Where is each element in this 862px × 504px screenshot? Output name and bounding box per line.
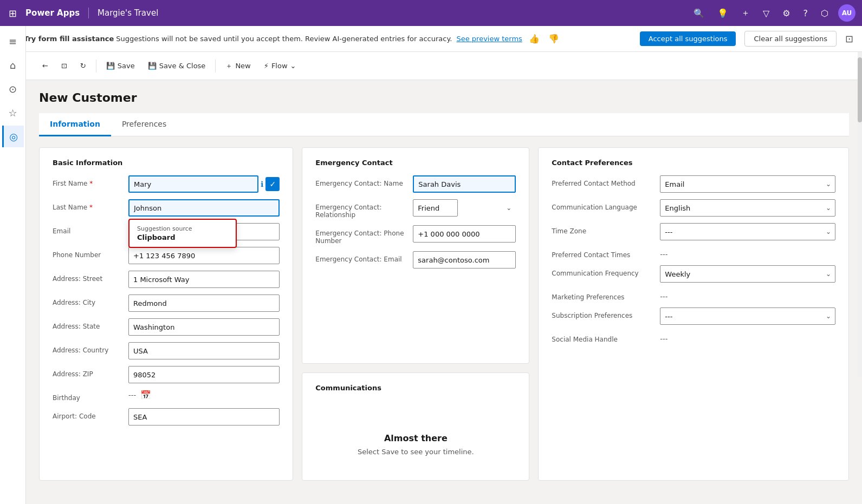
copilot-icon[interactable]: ⬡	[818, 5, 832, 22]
emergency-contact-panel: Emergency Contact Emergency Contact: Nam…	[302, 147, 529, 364]
phone-label: Phone Number	[53, 247, 128, 259]
first-name-input[interactable]	[128, 175, 258, 193]
refresh-button[interactable]: ↻	[75, 58, 92, 73]
country-row: Address: Country	[53, 342, 280, 359]
subscription-pref-wrapper: ---	[660, 307, 835, 325]
time-zone-select[interactable]: ---	[660, 223, 835, 240]
thumbs-up-icon[interactable]: 👍	[527, 32, 542, 45]
airport-label: Airport: Code	[53, 408, 128, 420]
subscription-pref-select[interactable]: ---	[660, 307, 835, 325]
save-close-label: Save & Close	[159, 62, 206, 70]
save-close-button[interactable]: 💾 Save & Close	[142, 58, 211, 73]
toolbar-separator-1	[96, 60, 96, 73]
tab-preferences[interactable]: Preferences	[111, 113, 177, 136]
ec-phone-row: Emergency Contact: Phone Number	[315, 225, 516, 245]
social-media-row: Social Media Handle ---	[552, 331, 835, 343]
zip-input[interactable]	[128, 366, 280, 383]
suggestion-source-label: Suggestion source	[137, 225, 228, 232]
last-name-input-wrapper: Suggestion source Clipboard	[128, 199, 280, 217]
sidebar-toggle-icon[interactable]: ⊡	[845, 33, 853, 44]
birthday-label: Birthday	[53, 390, 128, 402]
basic-info-title: Basic Information	[53, 159, 280, 167]
sidebar-item-menu[interactable]: ≡	[2, 30, 24, 52]
settings-icon[interactable]: ⚙	[779, 5, 793, 22]
ec-rel-row: Emergency Contact: Relationship Friend F…	[315, 199, 516, 219]
ec-email-row: Emergency Contact: Email	[315, 251, 516, 269]
nav-divider	[88, 8, 89, 18]
last-name-input[interactable]	[128, 199, 280, 217]
thumbs-down-icon[interactable]: 👎	[546, 32, 561, 45]
ec-phone-label: Emergency Contact: Phone Number	[315, 225, 413, 245]
street-input[interactable]	[128, 271, 280, 288]
pref-contact-method-wrapper: Email Phone Mail	[660, 175, 835, 193]
info-icon[interactable]: ℹ	[261, 180, 263, 188]
tab-bar: Information Preferences	[39, 113, 849, 136]
sidebar-item-recent[interactable]: ⊙	[2, 78, 24, 100]
accept-first-name-button[interactable]: ✓	[265, 177, 280, 191]
content-wrapper: ← ⊡ ↻ 💾 Save 💾 Save & Close ＋ New ⚡ Flow…	[26, 52, 862, 504]
tab-information[interactable]: Information	[39, 113, 111, 136]
flow-button[interactable]: ⚡ Flow ⌄	[258, 58, 302, 73]
lightbulb-icon[interactable]: 💡	[714, 5, 731, 22]
search-icon[interactable]: 🔍	[690, 5, 708, 22]
filter-icon[interactable]: ▽	[760, 5, 773, 22]
ec-name-input[interactable]	[413, 175, 516, 193]
pop-out-button[interactable]: ⊡	[56, 58, 73, 73]
clear-all-button[interactable]: Clear all suggestions	[744, 31, 836, 47]
ec-rel-select[interactable]: Friend Family Colleague Other	[413, 199, 458, 217]
contact-preferences-title: Contact Preferences	[552, 159, 835, 167]
country-input[interactable]	[128, 342, 280, 359]
city-label: Address: City	[53, 294, 128, 306]
last-name-row: Last Name * Suggestion source Clipboard	[53, 199, 280, 217]
pop-out-icon: ⊡	[61, 62, 67, 70]
toolbar-separator-2	[215, 60, 216, 73]
contact-preferences-panel: Contact Preferences Preferred Contact Me…	[538, 147, 849, 481]
comm-language-select[interactable]: English Spanish French	[660, 199, 835, 217]
basic-info-panel: Basic Information First Name * ℹ ✓ Last …	[39, 147, 293, 481]
comm-frequency-row: Communication Frequency Weekly Daily Mon…	[552, 265, 835, 283]
back-button[interactable]: ←	[37, 58, 54, 73]
airport-input[interactable]	[128, 408, 280, 426]
avatar[interactable]: AU	[838, 4, 855, 22]
help-icon[interactable]: ?	[800, 5, 812, 22]
new-button[interactable]: ＋ New	[220, 58, 256, 74]
comm-frequency-select[interactable]: Weekly Daily Monthly	[660, 265, 835, 283]
street-label: Address: Street	[53, 271, 128, 283]
state-input[interactable]	[128, 318, 280, 336]
emergency-contact-title: Emergency Contact	[315, 159, 516, 167]
accept-all-button[interactable]: Accept all suggestions	[640, 31, 736, 46]
pref-contact-times-label: Preferred Contact Times	[552, 247, 660, 259]
ec-email-input[interactable]	[413, 251, 516, 269]
save-button[interactable]: 💾 Save	[101, 58, 140, 73]
sidebar-item-home[interactable]: ⌂	[2, 54, 24, 76]
grid-icon[interactable]: ⊞	[7, 5, 19, 21]
back-icon: ←	[42, 62, 48, 70]
sidebar-item-pinned[interactable]: ☆	[2, 102, 24, 123]
calendar-icon[interactable]: 📅	[140, 390, 151, 400]
ec-phone-input[interactable]	[413, 225, 516, 243]
scrollbar[interactable]	[858, 52, 862, 377]
airport-row: Airport: Code	[53, 408, 280, 426]
phone-input[interactable]	[128, 247, 280, 264]
record-name: Margie's Travel	[98, 8, 158, 18]
comm-empty-title: Almost there	[326, 433, 505, 443]
email-label: Email	[53, 223, 128, 235]
subscription-pref-label: Subscription Preferences	[552, 307, 660, 319]
new-icon: ＋	[225, 61, 232, 71]
app-name: Power Apps	[25, 8, 80, 18]
banner-text: Try form fill assistance Suggestions wil…	[24, 35, 452, 43]
zip-label: Address: ZIP	[53, 366, 128, 378]
flow-label: Flow	[271, 62, 288, 70]
state-label: Address: State	[53, 318, 128, 330]
first-name-input-wrapper: ℹ ✓	[128, 175, 280, 193]
birthday-value: ---	[128, 391, 136, 399]
plus-icon[interactable]: ＋	[738, 4, 753, 22]
pref-contact-method-select[interactable]: Email Phone Mail	[660, 175, 835, 193]
ec-rel-select-wrapper: Friend Family Colleague Other	[413, 199, 516, 217]
sidebar-item-globe[interactable]: ◎	[2, 126, 24, 147]
preview-terms-link[interactable]: See preview terms	[456, 35, 522, 43]
time-zone-row: Time Zone ---	[552, 223, 835, 240]
marketing-pref-value: ---	[660, 289, 667, 300]
city-input[interactable]	[128, 294, 280, 312]
scroll-thumb[interactable]	[858, 57, 862, 122]
